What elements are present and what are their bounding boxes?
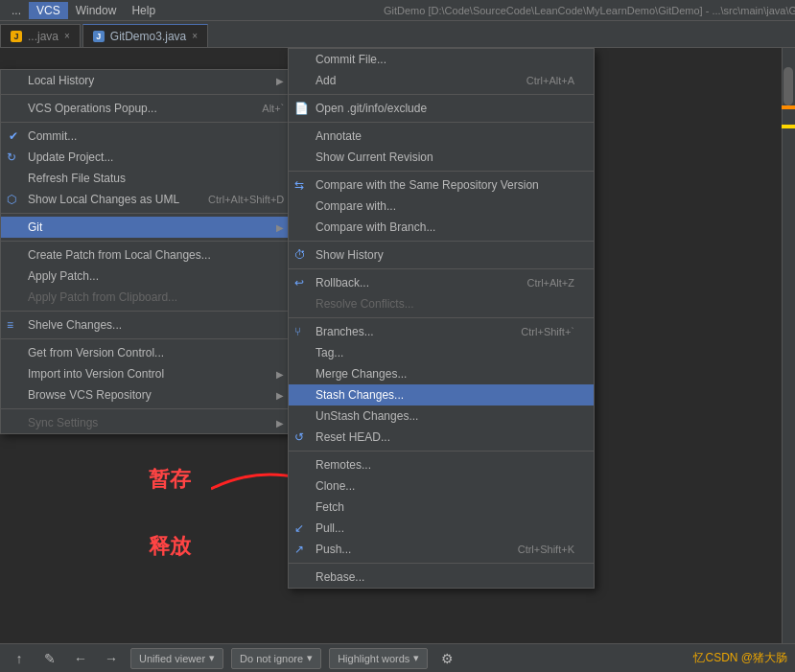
vcs-sync-arrow: ▶ xyxy=(276,418,284,429)
git-reset-icon: ↺ xyxy=(294,430,304,444)
git-sep1 xyxy=(289,94,594,95)
vcs-shelve-changes[interactable]: ≡ Shelve Changes... xyxy=(1,314,303,336)
tab-close-java[interactable]: × xyxy=(64,31,70,41)
git-pull[interactable]: ↙ Pull... xyxy=(289,518,594,539)
vcs-local-history[interactable]: Local History ▶ xyxy=(1,70,303,91)
git-show-history[interactable]: ⏱ Show History xyxy=(289,244,594,266)
git-rollback-shortcut: Ctrl+Alt+Z xyxy=(526,277,574,289)
vcs-uml-icon: ⬡ xyxy=(7,193,16,206)
git-open-exclude[interactable]: 📄 Open .git/info/exclude xyxy=(289,98,594,119)
status-up-btn[interactable]: ↑ xyxy=(8,648,31,669)
git-remotes[interactable]: Remotes... xyxy=(289,454,594,475)
git-compare-same-repo-label: Compare with the Same Repository Version xyxy=(316,178,539,192)
sep1 xyxy=(1,94,303,95)
git-branches-shortcut: Ctrl+Shift+` xyxy=(521,326,574,337)
git-compare-branch[interactable]: Compare with Branch... xyxy=(289,217,594,238)
git-compare-icon: ⇆ xyxy=(294,178,304,192)
git-submenu: Commit File... Add Ctrl+Alt+A 📄 Open .gi… xyxy=(288,48,595,589)
git-add[interactable]: Add Ctrl+Alt+A xyxy=(289,70,594,91)
vcs-shelve-icon: ≡ xyxy=(7,318,13,332)
git-rollback[interactable]: ↩ Rollback... Ctrl+Alt+Z xyxy=(289,272,594,293)
vcs-operations-popup[interactable]: VCS Operations Popup... Alt+` xyxy=(1,98,303,119)
git-open-exclude-label: Open .git/info/exclude xyxy=(316,102,427,115)
status-forward-btn[interactable]: → xyxy=(100,648,123,669)
git-merge-changes-label: Merge Changes... xyxy=(316,367,407,381)
git-rollback-label: Rollback... xyxy=(316,276,369,290)
git-pull-label: Pull... xyxy=(316,521,344,535)
vcs-browse-repository[interactable]: Browse VCS Repository ▶ xyxy=(1,384,303,406)
tab-java-label: ...java xyxy=(28,30,58,43)
git-commit-file[interactable]: Commit File... xyxy=(289,49,594,70)
git-push-icon: ↗ xyxy=(294,543,304,556)
editor-tab-java[interactable]: J ...java × xyxy=(0,24,81,47)
vcs-operations-popup-label: VCS Operations Popup... xyxy=(28,102,157,115)
git-resolve-conflicts: Resolve Conflicts... xyxy=(289,293,594,314)
git-compare-with[interactable]: Compare with... xyxy=(289,196,594,217)
vcs-refresh-file-status[interactable]: Refresh File Status xyxy=(1,168,303,189)
tab-gitdemo3-label: GitDemo3.java xyxy=(110,30,186,43)
vcs-refresh-label: Refresh File Status xyxy=(28,172,126,185)
gear-btn[interactable]: ⚙ xyxy=(435,648,458,669)
tab-close-gitdemo3[interactable]: × xyxy=(192,31,198,41)
menu-item-dots[interactable]: ... xyxy=(4,2,29,19)
git-push[interactable]: ↗ Push... Ctrl+Shift+K xyxy=(289,539,594,560)
git-stash-changes[interactable]: Stash Changes... xyxy=(289,384,594,406)
vcs-local-history-arrow: ▶ xyxy=(276,76,284,86)
vcs-commit[interactable]: ✔ Commit... xyxy=(1,126,303,147)
git-rebase[interactable]: Rebase... xyxy=(289,567,594,588)
vcs-import-into-vc[interactable]: Import into Version Control ▶ xyxy=(1,363,303,384)
git-tag[interactable]: Tag... xyxy=(289,342,594,363)
highlight-words-btn[interactable]: Highlight words ▾ xyxy=(329,648,428,669)
annotation-shifang: 释放 xyxy=(149,532,191,561)
vcs-create-patch[interactable]: Create Patch from Local Changes... xyxy=(1,244,303,266)
unified-viewer-label: Unified viewer xyxy=(139,653,205,664)
unified-viewer-btn[interactable]: Unified viewer ▾ xyxy=(130,648,223,669)
vcs-browse-arrow: ▶ xyxy=(276,390,284,401)
menu-item-help[interactable]: Help xyxy=(124,2,163,19)
git-sep6 xyxy=(289,317,594,318)
editor-tab-gitdemo3[interactable]: J GitDemo3.java × xyxy=(82,24,208,47)
main-layout: ... VCS Window Help GitDemo [D:\Code\Sou… xyxy=(0,0,795,672)
do-not-ignore-label: Do not ignore xyxy=(240,653,303,664)
git-stash-changes-label: Stash Changes... xyxy=(316,388,404,402)
git-fetch[interactable]: Fetch xyxy=(289,497,594,518)
scrollbar-right[interactable] xyxy=(782,48,795,672)
menu-item-vcs[interactable]: VCS xyxy=(29,2,68,19)
git-reset-head[interactable]: ↺ Reset HEAD... xyxy=(289,427,594,448)
git-add-shortcut: Ctrl+Alt+A xyxy=(526,75,574,86)
git-show-current-revision[interactable]: Show Current Revision xyxy=(289,147,594,168)
vcs-show-local-changes-label: Show Local Changes as UML xyxy=(28,193,179,206)
vcs-update-project[interactable]: ↻ Update Project... xyxy=(1,147,303,168)
vcs-git[interactable]: Git ▶ xyxy=(1,217,303,238)
annotation-zhancun: 暂存 xyxy=(149,465,191,494)
menu-item-window[interactable]: Window xyxy=(68,2,125,19)
vcs-create-patch-label: Create Patch from Local Changes... xyxy=(28,248,211,262)
sep5 xyxy=(1,311,303,312)
vcs-get-from-vc[interactable]: Get from Version Control... xyxy=(1,342,303,363)
git-clone[interactable]: Clone... xyxy=(289,475,594,497)
vcs-show-local-changes[interactable]: ⬡ Show Local Changes as UML Ctrl+Alt+Shi… xyxy=(1,189,303,210)
status-edit-btn[interactable]: ✎ xyxy=(38,648,61,669)
editor-tabs: J ...java × J GitDemo3.java × xyxy=(0,21,795,48)
vcs-update-icon: ↻ xyxy=(7,151,16,164)
git-branches[interactable]: ⑂ Branches... Ctrl+Shift+` xyxy=(289,321,594,342)
window-title: GitDemo [D:\Code\SourceCode\LeanCode\MyL… xyxy=(384,0,795,21)
git-sep4 xyxy=(289,241,594,242)
git-annotate[interactable]: Annotate xyxy=(289,126,594,147)
git-clone-label: Clone... xyxy=(316,479,355,493)
do-not-ignore-arrow: ▾ xyxy=(307,652,313,664)
git-unstash-changes-label: UnStash Changes... xyxy=(316,409,418,423)
git-compare-same-repo[interactable]: ⇆ Compare with the Same Repository Versi… xyxy=(289,174,594,196)
highlight-words-arrow: ▾ xyxy=(413,652,419,664)
sep6 xyxy=(1,338,303,339)
git-sep5 xyxy=(289,268,594,269)
scrollbar-thumb[interactable] xyxy=(783,67,793,105)
vcs-apply-patch[interactable]: Apply Patch... xyxy=(1,266,303,287)
git-merge-changes[interactable]: Merge Changes... xyxy=(289,363,594,384)
status-back-btn[interactable]: ← xyxy=(69,648,92,669)
git-history-icon: ⏱ xyxy=(294,248,306,262)
git-sep7 xyxy=(289,451,594,452)
git-compare-with-label: Compare with... xyxy=(316,199,396,213)
git-unstash-changes[interactable]: UnStash Changes... xyxy=(289,406,594,427)
do-not-ignore-btn[interactable]: Do not ignore ▾ xyxy=(231,648,321,669)
